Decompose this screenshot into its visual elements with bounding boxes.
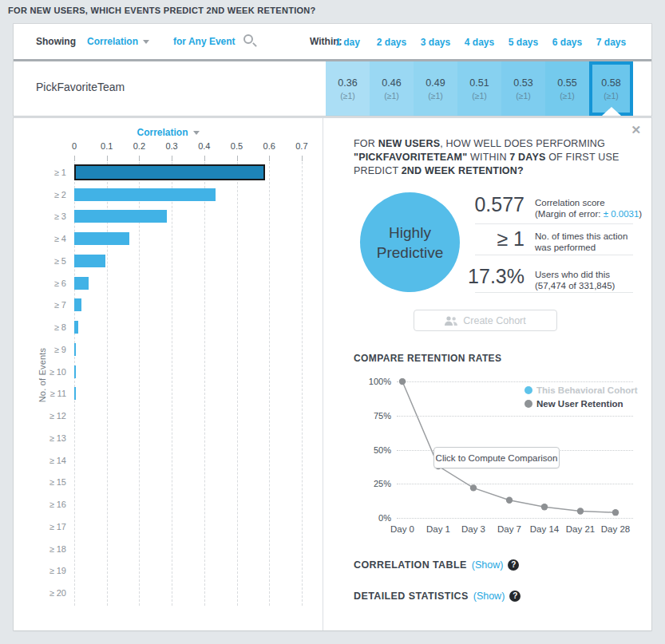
bar-category-label: ≥ 19 [14,566,66,575]
y-tick-label: 0% [347,513,391,523]
correlation-bar[interactable] [74,365,76,378]
detailed-statistics-label: DETAILED STATISTICS [354,591,469,602]
heatmap-cell[interactable]: 0.36(≥1) [326,61,370,116]
window-tab-1d[interactable]: 1 day [326,24,370,59]
heatmap-cell[interactable]: 0.58(≥1) [589,61,633,116]
detail-popup: ✕ Correlation 00.10.20.30.40.50.60.7≥ 1≥… [14,118,651,630]
chevron-down-icon [193,131,200,135]
cell-subvalue: (≥1) [340,91,355,101]
bar-category-label: ≥ 4 [14,234,66,243]
legend-dot [524,400,532,408]
x-tick-label: 0.4 [198,141,210,151]
window-tab-6d[interactable]: 6 days [545,24,589,59]
stat-label-line1: Users who did this [535,269,615,280]
stat-label-line2: (Margin of error: ± 0.0031) [535,208,642,219]
correlation-bar[interactable] [74,164,265,180]
cell-value: 0.55 [557,77,576,89]
question-fragment: FOR [354,138,378,149]
heatmap-cell[interactable]: 0.46(≥1) [370,61,414,116]
correlation-table-show-link[interactable]: (Show) [472,559,504,571]
correlation-bar[interactable] [74,321,78,334]
heatmap-cell[interactable]: 0.51(≥1) [457,61,501,116]
cell-subvalue: (≥1) [604,91,619,101]
event-row: PickFavoriteTeam 0.36(≥1)0.46(≥1)0.49(≥1… [14,61,651,116]
cell-value: 0.46 [382,77,401,89]
y-axis-label: No. of Events [38,348,47,403]
question-fragment: 2ND WEEK RETENTION? [402,165,524,176]
correlation-bar[interactable] [74,343,76,356]
cell-value: 0.49 [426,77,445,89]
x-tick-mark [74,156,75,161]
correlation-bar[interactable] [74,232,129,245]
x-tick-label: 0.1 [101,141,113,151]
retention-data-point[interactable] [541,504,548,510]
retention-x-label: Day 7 [497,524,521,534]
window-tabs: 1 day2 days3 days4 days5 days6 days7 day… [326,24,633,59]
window-tab-5d[interactable]: 5 days [501,24,545,59]
window-tab-4d[interactable]: 4 days [457,24,501,59]
x-tick-label: 0.7 [295,141,307,151]
cell-subvalue: (≥1) [384,91,399,101]
y-tick-label: 100% [347,377,391,386]
detailed-statistics-show-link[interactable]: (Show) [473,591,505,602]
correlation-bar[interactable] [74,277,89,290]
correlation-heatmap-cells: 0.36(≥1)0.46(≥1)0.49(≥1)0.51(≥1)0.53(≥1)… [326,61,633,116]
correlation-bar[interactable] [74,188,216,201]
x-tick-mark [107,156,108,161]
question-fragment: 7 DAYS [509,152,545,163]
retention-data-point[interactable] [577,508,584,514]
correlation-bar[interactable] [74,210,167,223]
heatmap-cell[interactable]: 0.55(≥1) [545,61,589,116]
metric-dropdown[interactable]: Correlation [87,36,149,47]
question-fragment: , HOW WELL DOES PERFORMING [440,138,605,149]
window-tab-2d[interactable]: 2 days [370,24,414,59]
margin-of-error-value: ± 0.0031 [604,209,639,219]
cell-subvalue: (≥1) [472,91,487,101]
stat-label: Correlation score(Margin of error: ± 0.0… [535,197,642,219]
gridline [139,162,140,606]
question-fragment: WITHIN [467,152,509,163]
event-name[interactable]: PickFavoriteTeam [36,81,125,93]
stat-label: No. of times this actionwas performed [535,231,627,253]
window-tab-7d[interactable]: 7 days [589,24,633,59]
results-card: Showing Correlation for Any Event Within… [14,24,651,116]
bar-category-label: ≥ 7 [14,300,66,310]
heatmap-cell[interactable]: 0.53(≥1) [501,61,545,116]
bar-chart-pane: Correlation 00.10.20.30.40.50.60.7≥ 1≥ 2… [14,118,323,630]
bar-category-label: ≥ 17 [14,522,66,531]
correlation-bar[interactable] [74,298,81,311]
x-tick-mark [204,156,205,161]
create-cohort-button[interactable]: Create Cohort [414,310,557,331]
correlation-bar[interactable] [74,255,105,267]
retention-data-point[interactable] [399,378,406,385]
help-icon[interactable]: ? [509,591,521,602]
event-filter-link[interactable]: for Any Event [173,36,236,47]
heatmap-cell[interactable]: 0.49(≥1) [414,61,457,116]
question-text: FOR NEW USERS, HOW WELL DOES PERFORMING … [354,137,635,178]
chart-metric-value: Correlation [137,127,188,138]
bar-category-label: ≥ 15 [14,477,66,487]
retention-data-point[interactable] [470,484,477,491]
x-tick-mark [237,156,238,161]
help-icon[interactable]: ? [508,559,519,571]
x-tick-label: 0.3 [165,141,177,151]
stat-value: 0.577 [403,193,524,216]
y-tick-label: 75% [347,411,391,421]
cell-value: 0.36 [338,77,357,89]
chart-metric-dropdown[interactable]: Correlation [14,127,323,138]
compute-comparison-button[interactable]: Click to Compute Comparison [433,447,560,468]
window-tab-3d[interactable]: 3 days [414,24,457,59]
retention-data-point[interactable] [506,497,513,504]
search-icon[interactable] [243,34,253,44]
retention-x-label: Day 1 [426,524,450,534]
gridline [172,162,172,606]
retention-data-point[interactable] [612,509,619,516]
correlation-bar[interactable] [74,387,76,400]
close-icon[interactable]: ✕ [631,123,641,137]
bar-category-label: ≥ 6 [14,279,66,288]
x-tick-mark [269,156,270,161]
compass-retention-screen: FOR NEW USERS, WHICH EVENTS PREDICT 2ND … [0,0,665,644]
retention-x-label: Day 3 [461,524,485,534]
create-cohort-label: Create Cohort [463,315,526,326]
x-tick-label: 0 [72,141,77,151]
